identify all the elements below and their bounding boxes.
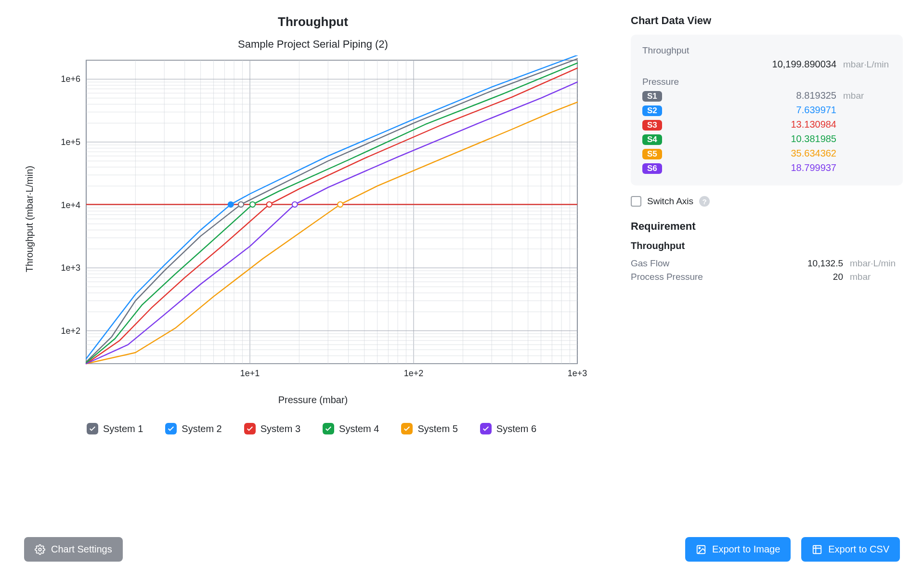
dv-series-row: S5 35.634362 <box>642 148 891 159</box>
legend-item-6[interactable]: System 6 <box>480 423 536 434</box>
series-tag: S6 <box>642 163 662 174</box>
legend-item-3[interactable]: System 3 <box>244 423 300 434</box>
legend-checkbox-icon <box>401 423 413 434</box>
legend-item-1[interactable]: System 1 <box>87 423 143 434</box>
legend-item-2[interactable]: System 2 <box>165 423 221 434</box>
chart-title: Throughput <box>24 14 602 29</box>
image-icon <box>696 544 706 555</box>
legend-checkbox-icon <box>87 423 98 434</box>
requirement-value: 10,132.5 <box>807 258 843 269</box>
requirement-unit: mbar·L/min <box>850 258 903 269</box>
help-icon[interactable]: ? <box>699 196 710 207</box>
legend-item-5[interactable]: System 5 <box>401 423 457 434</box>
series-tag: S3 <box>642 120 662 131</box>
dv-series-row: S4 10.381985 <box>642 133 891 145</box>
svg-point-91 <box>699 547 701 549</box>
export-csv-button[interactable]: Export to CSV <box>801 537 900 562</box>
switch-axis-checkbox[interactable] <box>631 196 641 207</box>
chart-settings-button[interactable]: Chart Settings <box>24 537 123 562</box>
chart-y-axis-label: Throughput (mbar·L/min) <box>24 166 35 272</box>
series-tag: S2 <box>642 105 662 116</box>
requirement-value: 20 <box>833 272 843 282</box>
chart-settings-label: Chart Settings <box>51 544 112 555</box>
svg-text:1e+3: 1e+3 <box>568 368 587 378</box>
series-value: 13.130984 <box>669 119 836 130</box>
requirement-title: Requirement <box>631 220 903 233</box>
dv-pressure-label: Pressure <box>642 77 891 87</box>
requirement-subtitle: Throughput <box>631 240 903 251</box>
requirement-label: Process Pressure <box>631 272 826 282</box>
legend-item-4[interactable]: System 4 <box>323 423 379 434</box>
legend-label: System 2 <box>182 423 221 434</box>
dv-series-row: S6 18.799937 <box>642 162 891 174</box>
requirement-unit: mbar <box>850 272 903 282</box>
series-tag: S1 <box>642 91 662 102</box>
svg-point-85 <box>267 202 272 207</box>
dv-series-row: S2 7.639971 <box>642 105 891 116</box>
legend-checkbox-icon <box>480 423 492 434</box>
legend-label: System 3 <box>260 423 300 434</box>
series-value: 8.819325 <box>669 90 836 101</box>
table-icon <box>812 544 822 555</box>
svg-point-89 <box>39 548 41 551</box>
dv-throughput-value: 10,199.890034 <box>642 59 836 70</box>
svg-text:1e+3: 1e+3 <box>61 263 80 273</box>
chart-x-axis-label: Pressure (mbar) <box>24 394 602 406</box>
svg-point-87 <box>338 202 343 207</box>
svg-text:1e+5: 1e+5 <box>61 137 80 147</box>
chart-plot-area[interactable]: 1e+11e+21e+31e+21e+31e+41e+51e+6 <box>43 55 587 383</box>
svg-point-86 <box>250 202 255 207</box>
svg-text:1e+4: 1e+4 <box>61 200 80 210</box>
series-tag: S5 <box>642 149 662 159</box>
legend-label: System 4 <box>339 423 379 434</box>
dv-throughput-label: Throughput <box>642 45 891 56</box>
requirement-label: Gas Flow <box>631 258 801 269</box>
svg-text:1e+2: 1e+2 <box>61 326 80 336</box>
switch-axis-label: Switch Axis <box>647 196 693 207</box>
legend-checkbox-icon <box>244 423 256 434</box>
svg-text:1e+2: 1e+2 <box>404 368 424 378</box>
svg-point-88 <box>292 202 298 207</box>
series-tag: S4 <box>642 134 662 145</box>
legend-checkbox-icon <box>323 423 334 434</box>
svg-point-84 <box>228 202 234 207</box>
export-image-label: Export to Image <box>712 544 780 555</box>
legend-label: System 6 <box>496 423 536 434</box>
dv-throughput-unit: mbar·L/min <box>843 59 891 70</box>
export-image-button[interactable]: Export to Image <box>685 537 791 562</box>
series-value: 35.634362 <box>669 148 836 159</box>
data-view-title: Chart Data View <box>631 14 903 27</box>
dv-series-row: S1 8.819325 mbar <box>642 90 891 102</box>
svg-point-83 <box>238 202 244 207</box>
series-unit: mbar <box>843 91 891 101</box>
dv-series-row: S3 13.130984 <box>642 119 891 131</box>
chart-data-view-panel: Throughput 10,199.890034 mbar·L/min Pres… <box>631 35 903 185</box>
gear-icon <box>35 544 45 555</box>
requirement-row: Gas Flow 10,132.5 mbar·L/min <box>631 258 903 269</box>
legend-label: System 1 <box>103 423 143 434</box>
legend-checkbox-icon <box>165 423 177 434</box>
series-value: 18.799937 <box>669 162 836 173</box>
switch-axis-row: Switch Axis ? <box>631 196 903 207</box>
series-value: 10.381985 <box>669 133 836 144</box>
requirement-row: Process Pressure 20 mbar <box>631 272 903 282</box>
svg-text:1e+6: 1e+6 <box>61 74 80 84</box>
chart-subtitle: Sample Project Serial Piping (2) <box>24 38 602 51</box>
svg-text:1e+1: 1e+1 <box>240 368 260 378</box>
series-value: 7.639971 <box>669 105 836 116</box>
export-csv-label: Export to CSV <box>828 544 889 555</box>
legend-label: System 5 <box>417 423 457 434</box>
svg-rect-92 <box>813 545 821 553</box>
